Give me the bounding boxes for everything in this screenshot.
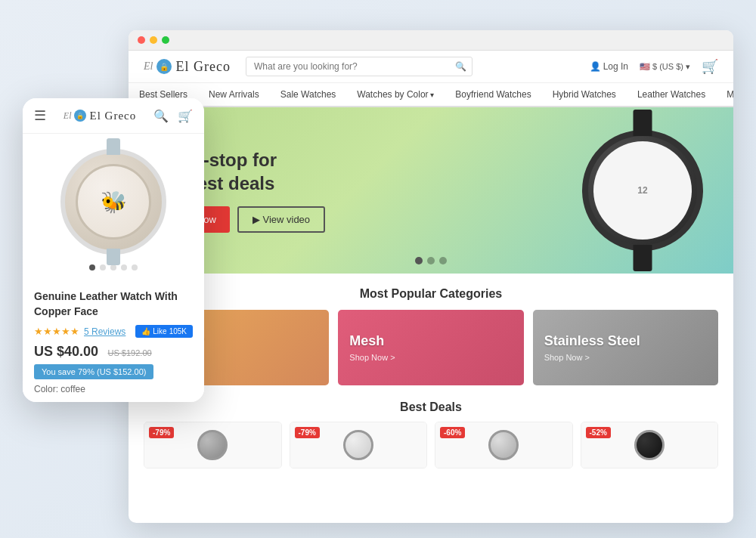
- nav-boyfriend-watches[interactable]: Boyfriend Watches: [445, 83, 541, 106]
- nav-sale-watches[interactable]: Sale Watches: [270, 83, 347, 106]
- watch-inner: 🐝: [76, 164, 151, 240]
- hero-watch-image: 12: [567, 107, 718, 274]
- hero-banner: r one-stop for ng best deals Shop now ▶ …: [129, 107, 733, 274]
- mobile-header: ☰ El 🔒 El Greco 🔍 🛒: [23, 98, 204, 134]
- category-steel-overlay: Stainless Steel Shop Now >: [533, 310, 718, 385]
- desktop-nav: Best Sellers New Arrivals Sale Watches W…: [129, 83, 733, 107]
- browser-dot-green[interactable]: [162, 36, 169, 44]
- price-row: US $40.00 US $192.00: [34, 344, 193, 360]
- original-price: US $192.00: [108, 348, 152, 357]
- mobile-product-info: Genuine Leather Watch With Copper Face ★…: [23, 282, 204, 402]
- category-mesh[interactable]: Mesh Shop Now >: [338, 310, 523, 385]
- search-icon[interactable]: 🔍: [455, 61, 466, 72]
- mobile-logo-text: El Greco: [89, 110, 136, 122]
- hero-watch-circle: 12: [582, 130, 703, 251]
- category-steel-shop[interactable]: Shop Now >: [544, 353, 707, 362]
- desktop-logo-text: El Greco: [175, 59, 230, 75]
- mobile-logo: El 🔒 El Greco: [64, 110, 136, 122]
- watch-outer-ring: 🐝: [60, 149, 166, 255]
- mobile-actions: 🔍 🛒: [153, 109, 193, 123]
- mobile-el-text: El: [64, 110, 72, 122]
- reviews-link[interactable]: 5 Reviews: [84, 326, 125, 337]
- mobile-search-icon[interactable]: 🔍: [153, 109, 169, 123]
- like-text: Like: [153, 327, 166, 335]
- deals-row: -79% -79% -60% -52%: [129, 422, 733, 476]
- watch-product-image: 🐝: [57, 145, 170, 258]
- watch-strap-top-mobile: [107, 138, 120, 155]
- mobile-cart-icon[interactable]: 🛒: [178, 109, 193, 123]
- carousel-dot-2[interactable]: [100, 264, 106, 271]
- user-icon: 👤: [590, 61, 601, 72]
- hero-dot-2[interactable]: [427, 257, 435, 264]
- deal-card-1[interactable]: -79%: [144, 422, 282, 468]
- best-deals-title: Best Deals: [129, 397, 733, 422]
- dropdown-icon: ▾: [686, 62, 690, 72]
- nav-more[interactable]: More: [716, 83, 733, 106]
- watch-face-hero: 12: [593, 141, 692, 240]
- star-rating: ★★★★★: [34, 326, 79, 337]
- like-button[interactable]: 👍 Like 105K: [135, 325, 193, 338]
- like-count: 105K: [169, 327, 187, 335]
- login-button[interactable]: 👤 Log In: [590, 61, 628, 72]
- deal-card-2[interactable]: -79%: [290, 422, 428, 468]
- desktop-header: El 🔒 El Greco 🔍 👤 Log In 🇺🇸 $ (US $) ▾ 🛒: [129, 51, 733, 83]
- flag-icon: 🇺🇸: [640, 62, 650, 72]
- product-stars-row: ★★★★★ 5 Reviews 👍 Like 105K: [34, 325, 193, 338]
- color-row: Color: coffee: [34, 384, 193, 394]
- deal-badge-3: -60%: [440, 427, 465, 438]
- cart-icon[interactable]: 🛒: [702, 58, 718, 75]
- nav-new-arrivals[interactable]: New Arrivals: [198, 83, 270, 106]
- carousel-dots: [34, 264, 193, 271]
- browser-chrome: [129, 30, 733, 51]
- carousel-dot-5[interactable]: [132, 264, 138, 271]
- deal-badge-2: -79%: [295, 427, 320, 438]
- carousel-dot-1[interactable]: [89, 264, 95, 271]
- category-mesh-shop[interactable]: Shop Now >: [349, 353, 512, 362]
- carousel-dot-4[interactable]: [121, 264, 127, 271]
- deal-card-3[interactable]: -60%: [435, 422, 573, 468]
- deal-badge-1: -79%: [149, 427, 174, 438]
- watch-strap-top: [634, 110, 652, 136]
- search-bar: 🔍: [246, 57, 472, 76]
- nav-leather-watches[interactable]: Leather Watches: [627, 83, 716, 106]
- bee-icon: 🐝: [101, 190, 127, 215]
- desktop-logo-area: El 🔒 El Greco: [144, 59, 234, 75]
- logo-icon: 🔒: [156, 59, 172, 74]
- hero-dot-3[interactable]: [439, 257, 447, 264]
- search-input[interactable]: [246, 57, 472, 76]
- deal-badge-4: -52%: [586, 427, 611, 438]
- carousel-dot-3[interactable]: [110, 264, 116, 271]
- currency-selector[interactable]: 🇺🇸 $ (US $) ▾: [640, 62, 690, 72]
- product-title: Genuine Leather Watch With Copper Face: [34, 289, 193, 319]
- nav-hybrid-watches[interactable]: Hybrid Watches: [542, 83, 627, 106]
- watch-strap-bottom-mobile: [107, 249, 120, 265]
- el-text: El: [144, 60, 153, 73]
- hero-dot-1[interactable]: [415, 257, 423, 264]
- mobile-overlay: ☰ El 🔒 El Greco 🔍 🛒 🐝: [23, 98, 204, 402]
- view-video-button[interactable]: ▶ View video: [237, 206, 325, 233]
- mobile-carousel: 🐝: [23, 134, 204, 282]
- watch-mini-3: [488, 430, 519, 460]
- category-steel[interactable]: Stainless Steel Shop Now >: [533, 310, 718, 385]
- savings-badge: You save 79% (US $152.00): [34, 364, 153, 379]
- nav-watches-by-color[interactable]: Watches by Color: [346, 83, 445, 106]
- category-mesh-label: Mesh: [349, 333, 512, 349]
- watch-mini-2: [343, 430, 373, 460]
- watch-mini-4: [634, 430, 665, 460]
- hero-carousel-dots: [415, 257, 447, 264]
- watch-strap-bottom: [634, 245, 652, 271]
- category-mesh-overlay: Mesh Shop Now >: [338, 310, 523, 385]
- current-price: US $40.00: [34, 344, 98, 359]
- login-label[interactable]: Log In: [603, 61, 628, 72]
- header-right: 👤 Log In 🇺🇸 $ (US $) ▾ 🛒: [590, 58, 718, 75]
- browser-dot-yellow[interactable]: [150, 36, 157, 44]
- mobile-logo-icon: 🔒: [74, 110, 86, 122]
- mobile-menu-icon[interactable]: ☰: [34, 107, 46, 124]
- browser-dot-red[interactable]: [138, 36, 145, 44]
- desktop-browser: El 🔒 El Greco 🔍 👤 Log In 🇺🇸 $ (US $) ▾ 🛒…: [129, 30, 733, 523]
- watch-mini-1: [197, 430, 228, 460]
- category-steel-label: Stainless Steel: [544, 333, 707, 349]
- currency-label: $ (US $): [652, 62, 683, 71]
- deal-card-4[interactable]: -52%: [581, 422, 719, 468]
- categories-grid: Leather Shop Now > Mesh Shop Now > Stain…: [129, 310, 733, 397]
